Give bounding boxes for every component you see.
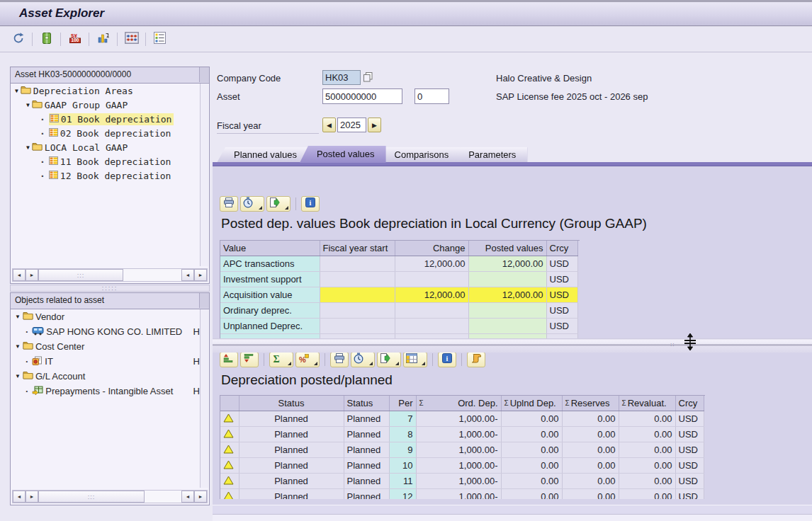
table-row-highlighted[interactable]: Acquisition value 12,000.00 12,000.00 US…: [220, 287, 577, 303]
cell-ord-dep[interactable]: 1,000.00-: [416, 489, 501, 500]
cell-revaluat[interactable]: 0.00: [619, 474, 675, 489]
expanded-arrow-icon[interactable]: ▼: [15, 88, 18, 94]
cell-change[interactable]: [395, 303, 468, 319]
cell-per[interactable]: 9: [389, 442, 416, 458]
cell-per[interactable]: 7: [389, 411, 416, 427]
cell-change[interactable]: [395, 272, 468, 287]
cell-uplnd-dep[interactable]: 0.00: [501, 442, 562, 458]
cell-status[interactable]: Planned: [239, 474, 344, 489]
cell-per[interactable]: 10: [389, 458, 416, 474]
vertical-scrollbar[interactable]: [200, 309, 208, 488]
next-year-button[interactable]: ▶: [368, 118, 381, 132]
expanded-arrow-icon[interactable]: ▼: [26, 144, 30, 151]
cell-change[interactable]: 12,000.00: [395, 287, 468, 303]
cell-posted-values[interactable]: 12,000.00: [468, 287, 546, 303]
cell-revaluat[interactable]: 0.00: [619, 442, 675, 458]
cell-crcy[interactable]: USD: [675, 489, 704, 500]
cell-uplnd-dep[interactable]: 0.00: [501, 458, 562, 474]
expanded-arrow-icon[interactable]: ▼: [15, 343, 21, 350]
table-row[interactable]: Planned Planned 8 1,000.00- 0.00 0.00 0.…: [220, 427, 704, 442]
cell-ord-dep[interactable]: 1,000.00-: [416, 442, 501, 458]
column-header-status2[interactable]: Status: [344, 396, 389, 411]
expanded-arrow-icon[interactable]: ▼: [15, 314, 21, 320]
scroll-left-button[interactable]: ◄: [13, 269, 26, 281]
print-button[interactable]: [330, 352, 349, 367]
cell-revaluat[interactable]: 0.00: [619, 458, 675, 474]
cell-crcy[interactable]: USD: [546, 319, 577, 334]
copy-pages-icon[interactable]: [363, 71, 373, 85]
cell-posted-values[interactable]: [468, 272, 546, 287]
cell-value[interactable]: Acquisition value: [220, 287, 320, 303]
scrollbar-track[interactable]: [145, 491, 181, 503]
tree-item-gl-prepayments[interactable]: · Prepayments - Intangible Asset H: [11, 384, 201, 399]
tree-item-loca-group[interactable]: ▼ LOCA Local GAAP: [11, 140, 201, 154]
cell-status2[interactable]: Planned: [344, 411, 389, 427]
choose-layout-button[interactable]: [403, 352, 427, 367]
cell-status-icon[interactable]: [220, 458, 239, 474]
table-row[interactable]: APC transactions 12,000.00 12,000.00 USD: [220, 256, 577, 272]
cell-fiscal-year-start[interactable]: [320, 319, 395, 334]
cell-reserves[interactable]: 0.00: [562, 489, 619, 500]
tree-item-cost-center-it[interactable]: · IT H: [11, 354, 201, 369]
cell-uplnd-dep[interactable]: 0.00: [501, 427, 562, 442]
cell-revaluat[interactable]: 0.00: [619, 489, 675, 500]
cell-posted-values[interactable]: [468, 303, 546, 319]
scroll-right-button[interactable]: ►: [26, 269, 38, 281]
cell-change[interactable]: [395, 319, 468, 334]
tree-item-gaap-group[interactable]: ▼ GAAP Group GAAP: [11, 98, 201, 112]
column-header-change[interactable]: Change: [395, 241, 468, 256]
fiscal-year-field[interactable]: 2025: [337, 118, 366, 132]
cell-fiscal-year-start[interactable]: [320, 256, 395, 272]
subtotal-button[interactable]: %: [295, 352, 320, 367]
call-up-report-button[interactable]: [94, 30, 113, 49]
cell-uplnd-dep[interactable]: 0.00: [501, 489, 562, 500]
horizontal-scrollbar[interactable]: ◄ ► ::: ◄ ►: [12, 490, 208, 503]
cell-fiscal-year-start[interactable]: [320, 303, 395, 319]
column-header-status[interactable]: Status: [239, 396, 344, 411]
cell-status2[interactable]: Planned: [344, 427, 389, 442]
cell-status2[interactable]: Planned: [344, 489, 389, 500]
scrollbar-thumb[interactable]: :::: [38, 491, 145, 503]
cell-status[interactable]: Planned: [239, 427, 344, 442]
cell-reserves[interactable]: 0.00: [562, 411, 619, 427]
total-button[interactable]: Σ: [269, 352, 293, 367]
column-header-uplnd-dep[interactable]: ΣUplnd Dep.: [501, 396, 562, 411]
cell-status-icon[interactable]: [220, 489, 239, 500]
tree-item-vendor[interactable]: ▼ Vendor: [11, 309, 201, 324]
column-header-value[interactable]: Value: [220, 241, 320, 256]
currency-button[interactable]: $¥100: [65, 30, 84, 49]
sort-ascending-button[interactable]: [220, 352, 238, 367]
table-row[interactable]: Planned Planned 12 1,000.00- 0.00 0.00 0…: [220, 489, 704, 500]
tree-item-area-11[interactable]: · 11 Book depreciation: [11, 154, 201, 168]
grid-splitter[interactable]: [213, 338, 812, 353]
cell-status-icon[interactable]: [220, 411, 239, 427]
cell-uplnd-dep[interactable]: 0.00: [501, 474, 562, 489]
asset-number-field[interactable]: 5000000000: [322, 88, 402, 104]
cell-status-icon[interactable]: [220, 474, 239, 489]
cell-revaluat[interactable]: 0.00: [619, 427, 675, 442]
tree-item-area-01[interactable]: · 01 Book depreciation: [11, 112, 201, 126]
tab-planned-values[interactable]: Planned values: [217, 147, 308, 163]
table-row[interactable]: Unplanned Deprec. USD: [220, 319, 577, 334]
asset-subnumber-field[interactable]: 0: [415, 88, 449, 104]
column-header-revaluat[interactable]: ΣRevaluat.: [619, 396, 675, 411]
cell-per[interactable]: 12: [389, 489, 416, 500]
tab-parameters[interactable]: Parameters: [451, 147, 527, 163]
table-row[interactable]: Planned Planned 7 1,000.00- 0.00 0.00 0.…: [220, 411, 704, 427]
tab-posted-values[interactable]: Posted values: [300, 146, 386, 163]
expanded-arrow-icon[interactable]: ▼: [26, 102, 30, 108]
tree-item-area-02[interactable]: · 02 Book depreciation: [11, 126, 201, 140]
tree-item-gl-account[interactable]: ▼ G/L Account: [11, 369, 201, 384]
cell-crcy[interactable]: USD: [675, 427, 704, 442]
cell-ord-dep[interactable]: 1,000.00-: [416, 427, 501, 442]
tab-comparisons[interactable]: Comparisons: [378, 147, 461, 163]
column-header-ord-dep[interactable]: ΣOrd. Dep.: [416, 396, 501, 411]
cell-crcy[interactable]: USD: [675, 411, 704, 427]
time-comparison-button[interactable]: [240, 196, 264, 212]
cell-crcy[interactable]: USD: [675, 458, 704, 474]
scroll-right-button[interactable]: ►: [26, 491, 38, 503]
cell-value[interactable]: Unplanned Deprec.: [220, 319, 320, 334]
cell-posted-values[interactable]: [468, 319, 546, 334]
previous-year-button[interactable]: ◀: [322, 118, 336, 132]
column-header-per[interactable]: Per: [389, 396, 416, 411]
